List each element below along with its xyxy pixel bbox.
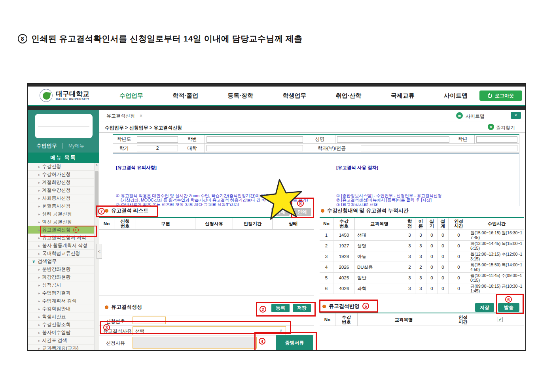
nav-item[interactable]: 취업·산학 [336,92,362,100]
column-header: 실 기 [426,218,438,230]
sidebar-menu-item[interactable]: 사회봉사신청 [28,194,94,202]
sidebar-menu-item[interactable]: 봉사이수열람 [28,329,94,337]
sidebar-menu-item[interactable]: 백신 공결신청 [28,218,94,226]
column-header: 신청 번호 [114,218,136,229]
menu-item-label: 국내학점교류신청 [42,250,80,257]
form-field[interactable] [475,135,519,143]
cell-credit: 3 [404,273,415,283]
sidebar-menu-item[interactable]: 수강신청조회 [28,321,94,329]
cell-accepted-hours: 0 [449,241,469,251]
sidebar-menu-item[interactable]: 계절희망신청 [28,179,94,187]
form-field-input [337,136,449,143]
select-all-checkbox[interactable]: ✔ [498,317,503,322]
sidebar-menu-item[interactable]: 폐강강좌현황 [28,273,94,281]
absence-reason-select[interactable]: 선택 ∨ [133,326,286,335]
tab-close-icon[interactable]: × [140,113,142,119]
nav-item[interactable]: 국제교류 [391,92,415,100]
section-bullet-icon [321,209,324,213]
period-start-input[interactable] [133,350,169,351]
form-field[interactable] [205,135,305,143]
sidebar-menu-item[interactable]: 봉사 활동계획서 작성 [28,242,94,250]
sidebar-menu-item[interactable]: 생리 공결신청 [28,210,94,218]
nav-item[interactable]: 사이트맵 [444,92,468,100]
menu-item-label: 성적공시 [42,282,61,288]
breadcrumb-bar: 수업업무 > 신청업무 > 유고결석신청 ★ 즐겨찾기 [99,121,525,133]
cell-credit: 3 [404,241,415,251]
save-button-create[interactable]: 저장 [293,304,311,312]
period-end-input[interactable] [178,350,214,351]
sitemap-icon[interactable]: m [456,112,463,119]
main-nav: 수업업무 학적·졸업 등록·장학 학생업무 취업·산학 [119,87,468,105]
menu-item-label: 수강신청 [42,163,61,170]
enrollment-table-title: 수강신청내역 및 유고결석 누적시간 [321,207,409,214]
sidebar-tab-mymenu[interactable]: My메뉴 [68,143,84,149]
cell-theory: 3 [415,273,426,283]
absence-create-title: 유고결석생성 [105,303,142,311]
application-no-label: 신청번호 [106,318,125,325]
notice-cautions-title: [유고결석 유의사항] [116,165,336,170]
favorite-star-icon[interactable]: ★ [488,124,494,130]
sidebar-tab-main[interactable]: 수업업무 [36,142,57,149]
sidebar-menu-item[interactable]: 수업계획서 검색 [28,297,94,305]
sidebar-menu-item[interactable]: 수업평가결과 [28,289,94,297]
nav-item[interactable]: 수업업무 [119,92,143,100]
tab-absence-application[interactable]: 유고결석신청 × [102,111,146,121]
save-button-apply[interactable]: 저장 [475,303,494,312]
sidebar-menu-item[interactable]: 국내학점교류신청 [28,250,94,258]
nav-item[interactable]: 등록·장학 [227,92,253,100]
detail-reason-textarea[interactable] [133,337,257,349]
sidebar-menu-item[interactable]: 수강허가신청 [28,171,94,179]
form-field[interactable]: 2 [135,144,180,153]
sidebar-menu-item[interactable]: 학생시간표 [28,313,94,321]
menu-item-label: 검색업무 [38,258,57,265]
favorite-link[interactable]: 즐겨찾기 [496,124,515,131]
sidebar-collapse-handle[interactable]: < [97,244,102,259]
sidebar-menu-item[interactable]: 유고결석신청서 서식 [28,234,94,242]
sidebar-menu-item[interactable]: 성적공시 [28,281,94,289]
attachment-button[interactable]: 증빙서류 [276,335,313,351]
sidebar-menu-item[interactable]: 시간표 검색 [28,337,94,345]
sidebar-menu-item[interactable]: 헌혈봉사신청 [28,202,94,210]
sidebar-menu-item[interactable]: 분반강좌현황 [28,266,94,273]
send-button[interactable]: 발송 [498,303,519,312]
logout-button[interactable]: 로그아웃 [479,90,522,101]
register-button[interactable]: 등록 [271,304,290,312]
annotation-step-1-circle: 1 [73,227,79,233]
sitemap-link[interactable]: 사이트맵 [466,113,485,120]
tab-bar: 유고결석신청 × m 사이트맵 ✕ [99,110,525,121]
scrollbar-thumb[interactable] [95,171,98,215]
nav-item-label: 학적·졸업 [172,92,198,99]
cell-subject: 과학 [355,283,404,294]
sidebar: 수업업무 My메뉴 메뉴 목록 수강신청 수강허가신청 [28,110,99,351]
annotation-step-6-circle: 6 [505,296,512,303]
nav-item-label: 수업업무 [119,92,143,99]
close-all-windows-icon[interactable]: ✕ [511,112,521,119]
sidebar-menu-item[interactable]: 계절수강신청 [28,187,94,194]
form-field[interactable] [205,144,305,153]
form-field[interactable] [335,135,451,143]
menu-item-label: 분반강좌현황 [42,266,71,273]
sidebar-menu-item[interactable]: 교과목개요(교과) [28,345,94,351]
page-instruction-note: 8 인쇄된 유고결석확인서를 신청일로부터 14일 이내에 담당교수님께 제출 [18,33,303,44]
sidebar-menu-item[interactable]: 유고결석신청 1 [28,226,94,234]
notice-procedure: [유고결석 사용 절차] ① [종합정보시스템] - 수업업무 - 신청업무 -… [336,155,519,206]
sidebar-menu-item[interactable]: 수강학점안내 [28,305,94,313]
nav-item[interactable]: 학생업무 [282,92,306,100]
nav-item[interactable]: 학적·졸업 [172,92,198,100]
content-top-strip [28,106,525,110]
cell-course-code: 4025 [333,273,355,283]
star-icon [256,176,308,224]
sidebar-menu-item[interactable]: 검색업무 [28,258,94,266]
sidebar-menu-item[interactable]: 수강신청 [28,163,94,171]
form-field[interactable] [135,135,180,143]
scroll-up-arrow-icon[interactable]: ∧ [95,163,99,168]
student-info-form: 학년도 학번 성명 [113,134,519,153]
application-no-input[interactable] [133,317,166,324]
menu-item-label: 봉사이수열람 [42,329,71,336]
form-field[interactable] [359,144,519,153]
cell-practice: 0 [426,230,438,240]
menu-item-label: 수강허가신청 [42,171,71,178]
absence-list-table-body-empty [99,230,314,296]
form-field-label: 학년도 [113,135,135,143]
column-header: 인정 시간 [449,218,469,230]
